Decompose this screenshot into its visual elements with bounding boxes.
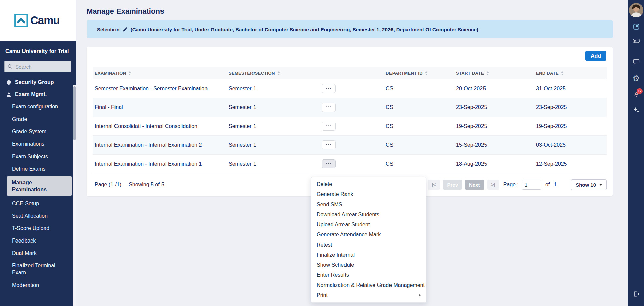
menu-item-enter-results[interactable]: Enter Results (311, 270, 426, 280)
widget-icon[interactable] (633, 24, 639, 30)
sidebar-item-dual-mark[interactable]: Dual Mark (0, 247, 76, 259)
sidebar-item-t-score-upload[interactable]: T-Score Upload (0, 222, 76, 234)
row-actions-button[interactable]: ... (322, 140, 336, 149)
cell-semester-section: Semester 1 (227, 123, 320, 129)
cell-department-id: CS (384, 142, 454, 148)
row-actions-button[interactable]: ... (322, 103, 336, 112)
cell-department-id: CS (384, 161, 454, 167)
sidebar-item-define-exams[interactable]: Define Exams (0, 163, 76, 175)
sort-icon[interactable] (486, 71, 489, 75)
sidebar-scrollbar-thumb[interactable] (73, 86, 76, 140)
showing-info: Showing 5 of 5 (129, 182, 164, 188)
menu-item-delete[interactable]: Delete (311, 179, 426, 189)
selection-label: Selection (97, 27, 120, 32)
next-page-button[interactable]: Next (465, 180, 484, 190)
table-row: Final - Final Semester 1 ... CS 23-Sep-2… (93, 98, 607, 117)
column-header-start-date[interactable]: START DATE (454, 71, 534, 76)
sidebar-group-exam-mgmt[interactable]: Exam Mgmt. (0, 88, 76, 100)
sort-icon[interactable] (128, 71, 131, 75)
column-header-examination[interactable]: EXAMINATION (93, 71, 227, 76)
column-header-department-id[interactable]: DEPARTMENT ID (384, 71, 454, 76)
sidebar-item-finalized-terminal-exam[interactable]: Finalized Terminal Exam (0, 259, 76, 279)
cell-start-date: 18-Aug-2025 (454, 161, 534, 167)
notifications-rocket-icon[interactable]: 12 (633, 91, 640, 97)
column-header-label: START DATE (456, 71, 484, 76)
menu-item-print[interactable]: Print (311, 290, 426, 300)
chat-icon[interactable] (633, 58, 640, 65)
sort-icon[interactable] (277, 71, 280, 75)
cell-start-date: 23-Sep-2025 (454, 104, 534, 111)
person-icon (6, 92, 12, 97)
row-actions-button-open[interactable]: ... (322, 159, 336, 168)
page-size-label: Show 10 (576, 182, 596, 188)
gear-icon[interactable]: ⚙ (633, 74, 640, 82)
page-number-input[interactable] (522, 180, 541, 190)
selection-banner: Selection (Camu University for Trial, Un… (87, 20, 613, 38)
row-actions-button[interactable]: ... (322, 122, 336, 131)
last-page-button[interactable]: >| (487, 180, 499, 190)
sidebar-item-cce-setup[interactable]: CCE Setup (0, 197, 76, 210)
cell-end-date: 03-Oct-2025 (534, 142, 607, 148)
column-header-semester-section[interactable]: SEMESTER/SECTION (227, 71, 320, 76)
table-row: Internal Consolidati - Internal Consolid… (93, 117, 607, 136)
selection-text: (Camu University for Trial, Under Gradua… (131, 27, 478, 32)
of-label: of (545, 182, 550, 188)
cell-end-date: 23-Sep-2025 (534, 104, 607, 111)
row-actions-button[interactable]: ... (322, 84, 336, 93)
sidebar-item-exam-configuration[interactable]: Exam configuration (0, 100, 76, 113)
page-label: Page : (503, 182, 519, 188)
menu-item-finalize-internal[interactable]: Finalize Internal (311, 250, 426, 260)
sort-icon[interactable] (561, 71, 564, 75)
menu-item-upload-arrear-student[interactable]: Upload Arrear Student (311, 220, 426, 230)
sidebar-item-manage-examinations[interactable]: Manage Examinations (7, 176, 72, 196)
menu-item-normalization[interactable]: Normalization & Relative Grade Managemen… (311, 280, 426, 290)
sidebar-item-feedback[interactable]: Feedback (0, 234, 76, 247)
cell-end-date: 19-Sep-2025 (534, 123, 607, 129)
sidebar-item-grade[interactable]: Grade (0, 113, 76, 125)
cell-actions: ... (320, 140, 384, 149)
toggle-icon[interactable] (633, 39, 640, 43)
first-page-button[interactable]: |< (428, 180, 440, 190)
menu-item-generate-rank[interactable]: Generate Rank (311, 189, 426, 200)
sidebar-menu: Security Group Exam Mgmt. Exam configura… (0, 76, 76, 291)
cell-examination: Internal Consolidati - Internal Consolid… (93, 123, 227, 129)
sort-icon[interactable] (425, 71, 428, 75)
cell-start-date: 15-Sep-2025 (454, 142, 534, 148)
cell-examination: Internal Examination - Internal Examinat… (93, 161, 227, 167)
sidebar-item-grade-system[interactable]: Grade System (0, 125, 76, 138)
organization-name: Camu University for Trial (0, 41, 76, 58)
cell-semester-section: Semester 1 (227, 86, 320, 92)
menu-item-send-sms[interactable]: Send SMS (311, 200, 426, 210)
menu-item-label: Print (317, 290, 328, 300)
sidebar-scrollbar-track (73, 85, 76, 306)
edit-selection-icon[interactable] (123, 27, 128, 32)
sidebar-search (4, 61, 71, 72)
sidebar-group-security-group[interactable]: Security Group (0, 76, 76, 88)
sidebar-item-seat-allocation[interactable]: Seat Allocation (0, 210, 76, 222)
menu-item-show-schedule[interactable]: Show Schedule (311, 260, 426, 270)
cell-department-id: CS (384, 123, 454, 129)
user-avatar[interactable] (629, 3, 643, 17)
sidebar-item-exam-subjects[interactable]: Exam Subjects (0, 150, 76, 163)
add-button[interactable]: Add (585, 51, 606, 61)
cell-department-id: CS (384, 86, 454, 92)
menu-item-generate-attendance-mark[interactable]: Generate Attendance Mark (311, 230, 426, 240)
page-info: Page (1 /1) (95, 182, 121, 188)
search-input[interactable] (4, 61, 71, 72)
table-row: Internal Examination - Internal Examinat… (93, 155, 607, 173)
cell-actions: ... (320, 103, 384, 112)
sparkles-icon[interactable] (633, 107, 640, 114)
prev-page-button[interactable]: Prev (443, 180, 462, 190)
sidebar-item-moderation[interactable]: Moderation (0, 279, 76, 291)
column-header-end-date[interactable]: END DATE (534, 71, 607, 76)
sidebar-item-examinations[interactable]: Examinations (0, 138, 76, 150)
column-header-label: END DATE (536, 71, 559, 76)
cell-start-date: 20-Oct-2025 (454, 86, 534, 92)
logout-icon[interactable] (633, 291, 640, 297)
menu-item-download-arrear-students[interactable]: Download Arrear Students (311, 210, 426, 220)
menu-item-retest[interactable]: Retest (311, 240, 426, 250)
cell-examination: Final - Final (93, 104, 227, 111)
sidebar-group-label: Exam Mgmt. (15, 91, 47, 97)
page-size-select[interactable]: Show 10 (571, 179, 607, 190)
cell-examination: Semester Examination - Semester Examinat… (93, 86, 227, 92)
